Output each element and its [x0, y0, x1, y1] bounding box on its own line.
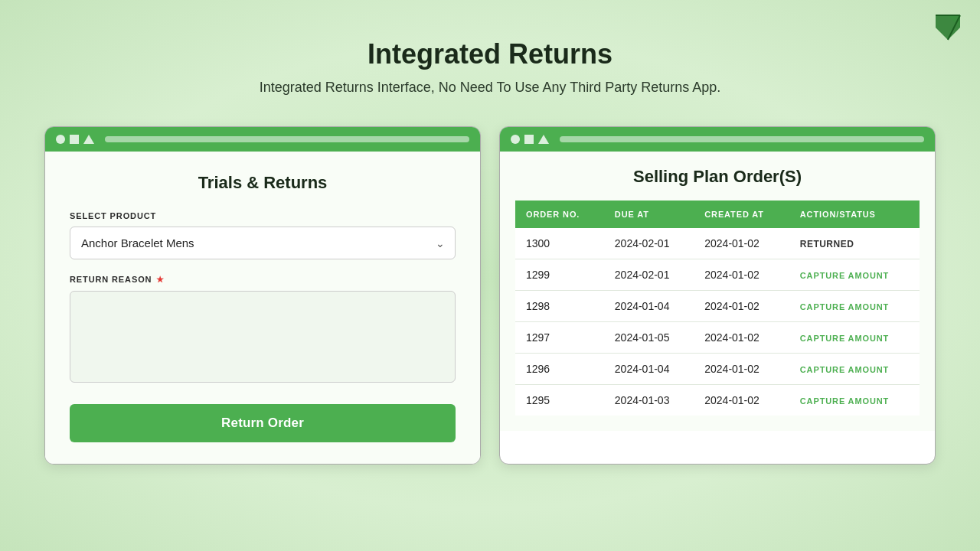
cell-action[interactable]: CAPTURE AMOUNT	[789, 385, 920, 416]
cell-action[interactable]: CAPTURE AMOUNT	[789, 291, 920, 322]
right-card-body: Selling Plan Order(S) ORDER NO. DUE AT C…	[500, 152, 935, 431]
cell-order-no: 1295	[515, 385, 604, 416]
table-header-row: ORDER NO. DUE AT CREATED AT ACTION/STATU…	[515, 201, 920, 228]
capture-amount-link[interactable]: CAPTURE AMOUNT	[800, 271, 889, 280]
col-due-at: DUE AT	[604, 201, 694, 228]
table-row: 12952024-01-032024-01-02CAPTURE AMOUNT	[515, 385, 920, 416]
required-star: ★	[153, 275, 165, 284]
page-subtitle: Integrated Returns Interface, No Need To…	[0, 80, 980, 96]
cell-order-no: 1300	[515, 228, 604, 259]
brand-logo	[928, 8, 968, 51]
cell-created-at: 2024-01-02	[694, 354, 789, 385]
main-content: Trials & Returns SELECT PRODUCT Anchor B…	[0, 126, 980, 465]
cell-action: RETURNED	[789, 228, 920, 259]
titlebar-dot-r	[511, 135, 520, 144]
table-header: ORDER NO. DUE AT CREATED AT ACTION/STATU…	[515, 201, 920, 228]
titlebar-square-r	[524, 135, 534, 144]
orders-table: ORDER NO. DUE AT CREATED AT ACTION/STATU…	[515, 201, 920, 416]
left-panel-title: Trials & Returns	[70, 173, 456, 193]
cell-created-at: 2024-01-02	[694, 259, 789, 291]
cell-action[interactable]: CAPTURE AMOUNT	[789, 354, 920, 385]
table-row: 13002024-02-012024-01-02RETURNED	[515, 228, 920, 259]
cell-order-no: 1298	[515, 291, 604, 322]
selling-plan-orders-panel: Selling Plan Order(S) ORDER NO. DUE AT C…	[499, 126, 936, 465]
cell-order-no: 1297	[515, 322, 604, 354]
page-header: Integrated Returns Integrated Returns In…	[0, 0, 980, 111]
titlebar-triangle	[83, 135, 94, 144]
titlebar-square	[70, 135, 79, 144]
capture-amount-link[interactable]: CAPTURE AMOUNT	[800, 302, 889, 311]
select-product-label: SELECT PRODUCT	[70, 211, 456, 220]
return-reason-textarea[interactable]	[70, 291, 456, 383]
cell-created-at: 2024-01-02	[694, 291, 789, 322]
titlebar-bar	[105, 136, 469, 142]
titlebar-dot	[56, 135, 65, 144]
titlebar-triangle-r	[538, 135, 549, 144]
cell-created-at: 2024-01-02	[694, 322, 789, 354]
status-returned-label: RETURNED	[800, 239, 854, 249]
cell-due-at: 2024-01-05	[604, 322, 694, 354]
table-body: 13002024-02-012024-01-02RETURNED12992024…	[515, 228, 920, 416]
right-panel-title: Selling Plan Order(S)	[515, 167, 920, 187]
table-row: 12982024-01-042024-01-02CAPTURE AMOUNT	[515, 291, 920, 322]
col-action-status: ACTION/STATUS	[789, 201, 920, 228]
cell-action[interactable]: CAPTURE AMOUNT	[789, 322, 920, 354]
table-row: 12972024-01-052024-01-02CAPTURE AMOUNT	[515, 322, 920, 354]
cell-order-no: 1296	[515, 354, 604, 385]
table-row: 12992024-02-012024-01-02CAPTURE AMOUNT	[515, 259, 920, 291]
cell-order-no: 1299	[515, 259, 604, 291]
cell-due-at: 2024-01-04	[604, 354, 694, 385]
titlebar-bar-r	[560, 136, 924, 142]
cell-action[interactable]: CAPTURE AMOUNT	[789, 259, 920, 291]
capture-amount-link[interactable]: CAPTURE AMOUNT	[800, 396, 889, 406]
right-title-bar	[500, 127, 935, 152]
return-reason-label: RETURN REASON ★	[70, 275, 456, 285]
page-title: Integrated Returns	[0, 38, 980, 70]
col-created-at: CREATED AT	[694, 201, 789, 228]
cell-due-at: 2024-01-03	[604, 385, 694, 416]
table-row: 12962024-01-042024-01-02CAPTURE AMOUNT	[515, 354, 920, 385]
col-order-no: ORDER NO.	[515, 201, 604, 228]
return-order-button[interactable]: Return Order	[70, 404, 456, 442]
left-card-body: Trials & Returns SELECT PRODUCT Anchor B…	[45, 152, 480, 464]
capture-amount-link[interactable]: CAPTURE AMOUNT	[800, 334, 889, 343]
cell-due-at: 2024-01-04	[604, 291, 694, 322]
select-product-wrapper[interactable]: Anchor Bracelet Mens ⌄	[70, 227, 456, 259]
capture-amount-link[interactable]: CAPTURE AMOUNT	[800, 365, 889, 374]
left-title-bar	[45, 127, 480, 152]
cell-created-at: 2024-01-02	[694, 228, 789, 259]
trials-returns-panel: Trials & Returns SELECT PRODUCT Anchor B…	[44, 126, 481, 465]
cell-due-at: 2024-02-01	[604, 228, 694, 259]
cell-due-at: 2024-02-01	[604, 259, 694, 291]
select-product-dropdown[interactable]: Anchor Bracelet Mens	[70, 227, 456, 259]
cell-created-at: 2024-01-02	[694, 385, 789, 416]
